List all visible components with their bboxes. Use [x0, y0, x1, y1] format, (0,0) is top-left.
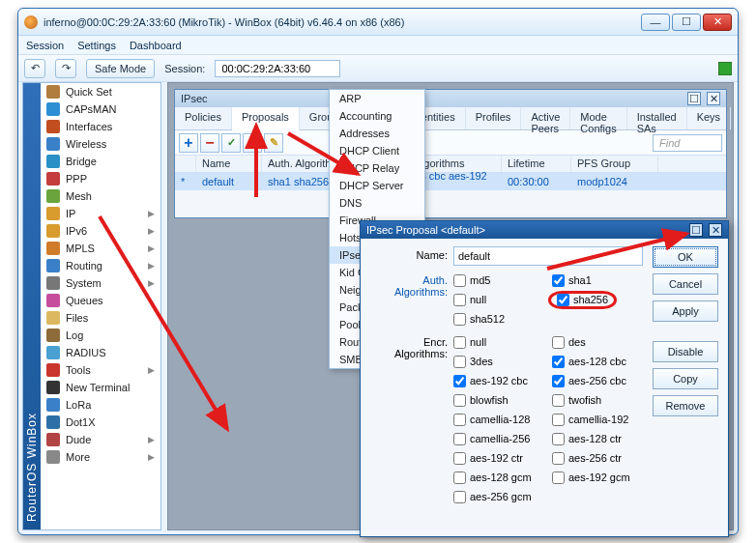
checkbox[interactable] [453, 452, 466, 465]
tab-mode-configs[interactable]: Mode Configs [570, 107, 626, 129]
sidebar-item-log[interactable]: Log [41, 327, 160, 344]
encr-opt-des[interactable]: des [552, 333, 643, 351]
disable-dialog-button[interactable]: Disable [653, 341, 718, 362]
disable-button[interactable]: ✖ [243, 133, 262, 153]
tab-active-peers[interactable]: Active Peers [521, 107, 570, 129]
checkbox[interactable] [453, 433, 466, 445]
tab-keys[interactable]: Keys [687, 107, 731, 129]
auth-opt-md5[interactable]: md5 [453, 272, 544, 289]
ipsec-window-titlebar[interactable]: IPsec ☐ ✕ [175, 90, 726, 107]
encr-opt-aes-128-gcm[interactable]: aes-128 gcm [453, 469, 544, 486]
sidebar-item-ip[interactable]: IP▶ [41, 205, 160, 222]
checkbox[interactable] [453, 491, 466, 503]
sidebar-item-ipv6[interactable]: IPv6▶ [41, 222, 160, 240]
checkbox[interactable] [557, 294, 569, 306]
auth-opt-sha1[interactable]: sha1 [552, 272, 643, 289]
checkbox[interactable] [552, 414, 565, 426]
encr-opt-twofish[interactable]: twofish [552, 391, 643, 409]
checkbox[interactable] [552, 452, 565, 465]
sidebar-item-new-terminal[interactable]: New Terminal [41, 379, 160, 396]
checkbox[interactable] [552, 433, 565, 445]
encr-opt-aes-256-cbc[interactable]: aes-256 cbc [552, 372, 643, 389]
proposal-titlebar[interactable]: IPsec Proposal <default> ☐ ✕ [361, 221, 728, 239]
submenu-item-dhcp-client[interactable]: DHCP Client [330, 142, 424, 159]
encr-opt-null[interactable]: null [453, 333, 544, 351]
sidebar-item-interfaces[interactable]: Interfaces [41, 118, 160, 135]
ipsec-maximize-icon[interactable]: ☐ [687, 92, 701, 105]
minimize-button[interactable]: — [641, 14, 670, 31]
checkbox[interactable] [453, 356, 466, 368]
sidebar-item-radius[interactable]: RADIUS [41, 344, 160, 361]
sidebar-item-system[interactable]: System▶ [41, 274, 160, 292]
auth-opt-sha256[interactable]: sha256 [552, 291, 643, 308]
sidebar-item-capsman[interactable]: CAPsMAN [41, 100, 160, 118]
dialog-maximize-icon[interactable]: ☐ [689, 223, 703, 237]
tab-installed-sas[interactable]: Installed SAs [627, 107, 687, 129]
encr-opt-aes-256-ctr[interactable]: aes-256 ctr [552, 449, 643, 467]
ok-button[interactable]: OK [653, 246, 718, 268]
submenu-item-dhcp-server[interactable]: DHCP Server [330, 177, 424, 194]
encr-opt-camellia-192[interactable]: camellia-192 [552, 411, 643, 428]
col-lifetime[interactable]: Lifetime [502, 156, 571, 172]
sidebar-item-dot1x[interactable]: Dot1X [41, 414, 160, 431]
enable-button[interactable]: ✓ [221, 133, 241, 153]
sidebar-item-wireless[interactable]: Wireless [41, 135, 160, 153]
checkbox[interactable] [552, 375, 565, 387]
remove-dialog-button[interactable]: Remove [653, 395, 718, 416]
maximize-button[interactable]: ☐ [672, 14, 701, 31]
session-value[interactable]: 00:0C:29:2A:33:60 [215, 60, 340, 77]
submenu-item-accounting[interactable]: Accounting [330, 107, 424, 125]
close-button[interactable]: ✕ [703, 14, 732, 31]
table-row[interactable]: * default sha1 sha256 aes-128 cbc aes-19… [175, 173, 726, 190]
auth-label[interactable]: Auth. Algorithms: [370, 272, 453, 298]
encr-opt-aes-256-gcm[interactable]: aes-256 gcm [453, 488, 544, 505]
dialog-close-icon[interactable]: ✕ [709, 223, 722, 237]
undo-button[interactable]: ↶ [24, 59, 45, 78]
name-input[interactable] [453, 246, 643, 266]
tab-proposals[interactable]: Proposals [232, 107, 300, 130]
auth-opt-null[interactable]: null [453, 291, 544, 308]
menu-session[interactable]: Session [26, 40, 64, 51]
encr-opt-3des[interactable]: 3des [453, 353, 544, 370]
encr-opt-aes-192-gcm[interactable]: aes-192 gcm [552, 469, 643, 486]
checkbox[interactable] [453, 375, 466, 387]
comment-button[interactable]: ✎ [264, 133, 283, 153]
sidebar-item-queues[interactable]: Queues [41, 292, 160, 309]
encr-opt-aes-128-cbc[interactable]: aes-128 cbc [552, 353, 643, 370]
col-pfs[interactable]: PFS Group [571, 156, 658, 172]
copy-button[interactable]: Copy [653, 368, 718, 389]
cancel-button[interactable]: Cancel [653, 273, 718, 295]
sidebar-item-files[interactable]: Files [41, 309, 160, 327]
apply-button[interactable]: Apply [653, 300, 718, 322]
safe-mode-button[interactable]: Safe Mode [86, 59, 155, 78]
encr-opt-blowfish[interactable]: blowfish [453, 391, 544, 409]
submenu-item-arp[interactable]: ARP [330, 90, 424, 107]
sidebar-item-ppp[interactable]: PPP [41, 170, 160, 187]
sidebar-item-tools[interactable]: Tools▶ [41, 361, 160, 379]
checkbox[interactable] [453, 313, 466, 326]
sidebar-item-more[interactable]: More▶ [41, 448, 160, 466]
submenu-item-dhcp-relay[interactable]: DHCP Relay [330, 159, 424, 177]
sidebar-item-mesh[interactable]: Mesh [41, 187, 160, 205]
add-button[interactable]: + [179, 133, 198, 153]
encr-opt-aes-192-cbc[interactable]: aes-192 cbc [453, 372, 544, 389]
submenu-item-dns[interactable]: DNS [330, 194, 424, 212]
checkbox[interactable] [453, 414, 466, 426]
encr-opt-camellia-128[interactable]: camellia-128 [453, 411, 544, 428]
encr-opt-camellia-256[interactable]: camellia-256 [453, 430, 544, 447]
sidebar-item-dude[interactable]: Dude▶ [41, 431, 160, 448]
tab-policies[interactable]: Policies [175, 107, 232, 129]
checkbox[interactable] [453, 472, 466, 484]
sidebar-item-quick-set[interactable]: Quick Set [41, 83, 160, 100]
ipsec-close-icon[interactable]: ✕ [707, 92, 720, 105]
tab-profiles[interactable]: Profiles [466, 107, 522, 129]
menu-dashboard[interactable]: Dashboard [130, 40, 182, 51]
checkbox[interactable] [453, 274, 466, 287]
titlebar[interactable]: inferno@00:0C:29:2A:33:60 (MikroTik) - W… [18, 9, 738, 36]
remove-button[interactable]: − [200, 133, 219, 153]
auth-opt-sha512[interactable]: sha512 [453, 310, 544, 328]
encr-opt-aes-192-ctr[interactable]: aes-192 ctr [453, 449, 544, 467]
redo-button[interactable]: ↷ [55, 59, 76, 78]
sidebar-item-lora[interactable]: LoRa [41, 396, 160, 414]
submenu-item-addresses[interactable]: Addresses [330, 125, 424, 142]
